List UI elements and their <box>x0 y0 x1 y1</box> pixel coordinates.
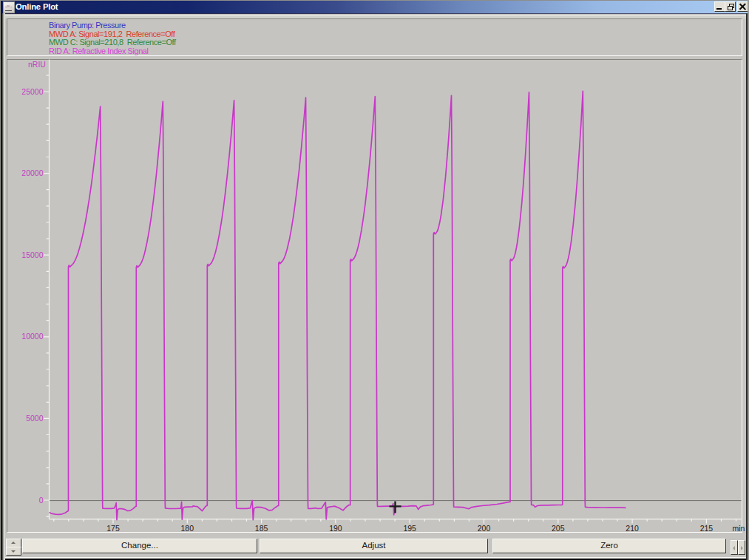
svg-text:25000: 25000 <box>21 87 43 96</box>
svg-text:205: 205 <box>552 524 565 533</box>
svg-text:nRIU: nRIU <box>28 60 46 69</box>
svg-text:min: min <box>733 524 745 533</box>
svg-text:215: 215 <box>700 524 714 533</box>
svg-text:10000: 10000 <box>21 332 43 341</box>
svg-text:5000: 5000 <box>26 414 44 423</box>
svg-text:195: 195 <box>403 524 416 533</box>
svg-text:200: 200 <box>478 524 491 533</box>
svg-text:0: 0 <box>39 496 44 505</box>
svg-text:190: 190 <box>329 524 342 533</box>
svg-text:185: 185 <box>255 524 268 533</box>
svg-text:180: 180 <box>181 524 194 533</box>
svg-text:210: 210 <box>626 524 639 533</box>
svg-text:15000: 15000 <box>21 250 43 259</box>
svg-text:20000: 20000 <box>21 168 43 177</box>
svg-text:175: 175 <box>106 524 120 533</box>
